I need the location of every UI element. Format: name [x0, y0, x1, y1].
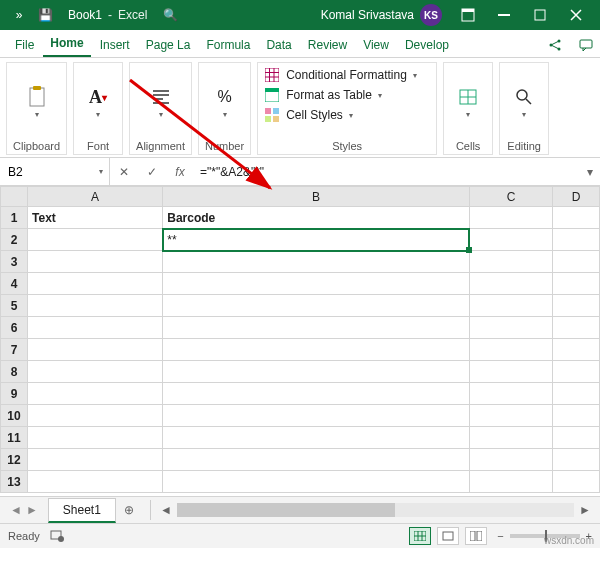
cell[interactable] [28, 251, 163, 273]
maximize-icon[interactable] [522, 0, 558, 30]
view-normal-icon[interactable] [409, 527, 431, 545]
row-header[interactable]: 5 [1, 295, 28, 317]
cell[interactable]: Text [28, 207, 163, 229]
row-header[interactable]: 9 [1, 383, 28, 405]
conditional-formatting-button[interactable]: Conditional Formatting▾ [264, 67, 430, 83]
cell[interactable] [553, 427, 600, 449]
horizontal-scrollbar[interactable]: ◄ ► [159, 503, 600, 517]
zoom-out-button[interactable]: − [497, 530, 503, 542]
view-page-layout-icon[interactable] [437, 527, 459, 545]
chevron-down-icon[interactable]: ▾ [99, 167, 103, 176]
cell[interactable] [469, 427, 552, 449]
cell[interactable] [469, 229, 552, 251]
row-header[interactable]: 2 [1, 229, 28, 251]
tab-page-layout[interactable]: Page La [139, 32, 198, 57]
cancel-formula-icon[interactable]: ✕ [110, 165, 138, 179]
save-icon[interactable]: 💾 [32, 0, 58, 30]
tab-view[interactable]: View [356, 32, 396, 57]
close-icon[interactable] [558, 0, 594, 30]
cell[interactable] [28, 471, 163, 493]
cell[interactable] [28, 405, 163, 427]
cell[interactable] [469, 471, 552, 493]
cell[interactable] [163, 317, 470, 339]
scroll-thumb[interactable] [177, 503, 395, 517]
cell[interactable] [163, 449, 470, 471]
sheet-prev-icon[interactable]: ◄ [10, 503, 22, 517]
tab-data[interactable]: Data [259, 32, 298, 57]
view-page-break-icon[interactable] [465, 527, 487, 545]
row-header[interactable]: 13 [1, 471, 28, 493]
cell[interactable] [553, 251, 600, 273]
cell[interactable] [163, 251, 470, 273]
row-header[interactable]: 1 [1, 207, 28, 229]
account[interactable]: Komal Srivastava KS [321, 4, 442, 26]
fx-icon[interactable]: fx [166, 165, 194, 179]
tab-developer[interactable]: Develop [398, 32, 456, 57]
formula-bar[interactable]: ="*"&A2&"*" [194, 158, 580, 185]
tab-insert[interactable]: Insert [93, 32, 137, 57]
cell[interactable] [28, 339, 163, 361]
cell[interactable] [163, 405, 470, 427]
cell[interactable] [28, 273, 163, 295]
cell[interactable]: Barcode [163, 207, 470, 229]
name-box-input[interactable] [6, 164, 66, 180]
col-header-b[interactable]: B [163, 187, 470, 207]
tab-home[interactable]: Home [43, 30, 90, 57]
cell[interactable] [469, 361, 552, 383]
cell[interactable] [553, 471, 600, 493]
cell[interactable] [28, 317, 163, 339]
cell[interactable] [553, 383, 600, 405]
row-header[interactable]: 3 [1, 251, 28, 273]
enter-formula-icon[interactable]: ✓ [138, 165, 166, 179]
cell[interactable] [469, 207, 552, 229]
cell[interactable] [469, 317, 552, 339]
cell[interactable] [469, 449, 552, 471]
tab-review[interactable]: Review [301, 32, 354, 57]
autosave-chevrons[interactable]: » [6, 0, 32, 30]
col-header-d[interactable]: D [553, 187, 600, 207]
cell[interactable] [28, 383, 163, 405]
cell[interactable] [469, 405, 552, 427]
cell-styles-button[interactable]: Cell Styles▾ [264, 107, 430, 123]
cell[interactable] [469, 339, 552, 361]
cell[interactable] [163, 361, 470, 383]
new-sheet-button[interactable]: ⊕ [116, 503, 142, 517]
cell[interactable] [163, 295, 470, 317]
ribbon-display-icon[interactable] [450, 0, 486, 30]
cell[interactable] [469, 383, 552, 405]
col-header-c[interactable]: C [469, 187, 552, 207]
cell[interactable] [553, 229, 600, 251]
font-button[interactable]: A▾▾ [87, 86, 109, 119]
paste-button[interactable]: ▾ [26, 86, 48, 119]
number-button[interactable]: %▾ [214, 86, 236, 119]
cells-button[interactable]: ▾ [457, 86, 479, 119]
cell[interactable] [553, 273, 600, 295]
cell[interactable] [553, 339, 600, 361]
cell[interactable] [553, 449, 600, 471]
tab-file[interactable]: File [8, 32, 41, 57]
row-header[interactable]: 6 [1, 317, 28, 339]
cell[interactable] [469, 273, 552, 295]
row-header[interactable]: 8 [1, 361, 28, 383]
sheet-next-icon[interactable]: ► [26, 503, 38, 517]
cell[interactable] [163, 383, 470, 405]
row-header[interactable]: 10 [1, 405, 28, 427]
share-icon[interactable] [542, 33, 570, 57]
cell[interactable] [163, 339, 470, 361]
row-header[interactable]: 11 [1, 427, 28, 449]
cell[interactable] [553, 405, 600, 427]
minimize-icon[interactable] [486, 0, 522, 30]
search-icon[interactable]: 🔍 [157, 0, 183, 30]
format-as-table-button[interactable]: Format as Table▾ [264, 87, 430, 103]
scroll-right-icon[interactable]: ► [578, 503, 592, 517]
col-header-a[interactable]: A [28, 187, 163, 207]
cell[interactable] [28, 229, 163, 251]
cell[interactable] [553, 207, 600, 229]
cell[interactable] [28, 427, 163, 449]
row-header[interactable]: 7 [1, 339, 28, 361]
cell[interactable] [28, 295, 163, 317]
name-box[interactable]: ▾ [0, 158, 110, 185]
alignment-button[interactable]: ▾ [150, 86, 172, 119]
cell[interactable] [469, 251, 552, 273]
select-all-corner[interactable] [1, 187, 28, 207]
